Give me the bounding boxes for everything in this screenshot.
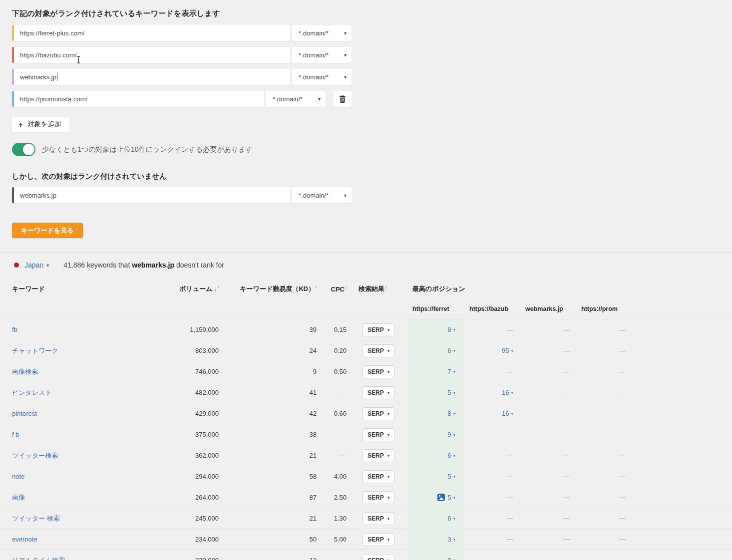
target-url-input[interactable]: https://promonista.com/ [12, 91, 264, 107]
no-rank-dash: — [563, 326, 570, 333]
position-link[interactable]: 5 [447, 494, 451, 501]
serp-button[interactable]: SERP ▾ [363, 323, 394, 336]
position-cell-target1: 9▾ [408, 424, 463, 445]
target-url-value: https://bazubu.com/ [14, 51, 76, 59]
keyword-link[interactable]: pinterest [0, 410, 170, 417]
position-cell-target2: — [463, 361, 519, 382]
cpc-value: 5.00 [317, 536, 347, 543]
chevron-down-icon: ▾ [387, 411, 390, 416]
kd-value: 21 [219, 452, 317, 459]
serp-button[interactable]: SERP ▾ [363, 428, 394, 441]
position-cell-target3: — [519, 487, 575, 508]
keyword-link[interactable]: fb [0, 326, 170, 333]
position-cell-target3: — [519, 319, 575, 340]
position-cell-target3: — [519, 529, 575, 550]
table-row: リアルタイム検索 230,000 12 — SERP ▾ 9▾ — — — [0, 550, 732, 560]
no-rank-dash: — [563, 494, 570, 501]
keyword-link[interactable]: ツイッター 検索 [0, 514, 170, 523]
column-header-serp[interactable]: 検索結果i [347, 284, 408, 293]
position-link[interactable]: 8 [447, 410, 451, 417]
no-rank-dash: — [619, 557, 626, 560]
serp-button[interactable]: SERP ▾ [363, 512, 394, 525]
trash-icon [339, 95, 347, 103]
kd-value: 21 [219, 515, 317, 522]
toggle-row: 少なくとも1つの対象は上位10件にランクインする必要があります [12, 143, 732, 156]
chevron-down-icon: ▾ [511, 411, 513, 416]
sort-desc-icon: ↓ [214, 285, 217, 292]
country-selector[interactable]: Japan [24, 261, 43, 269]
table-row: note 294,000 58 4.00 SERP ▾ 5▾ — — — [0, 466, 732, 487]
serp-button[interactable]: SERP ▾ [363, 386, 394, 399]
target-url-input[interactable]: webmarks.jp [12, 187, 290, 203]
serp-button[interactable]: SERP ▾ [363, 407, 394, 420]
scope-select[interactable]: *.domain/* ▾ [266, 91, 326, 107]
chevron-down-icon: ▾ [387, 537, 390, 542]
position-link[interactable]: 6 [447, 515, 451, 522]
serp-button[interactable]: SERP ▾ [363, 449, 394, 462]
position-link[interactable]: 95 [502, 347, 509, 354]
keyword-link[interactable]: ピンタレスト [0, 388, 170, 397]
table-row: ピンタレスト 482,000 41 — SERP ▾ 5▾ 16▾ — — [0, 382, 732, 403]
scope-select[interactable]: *.domain/* ▾ [292, 47, 352, 63]
position-link[interactable]: 7 [447, 368, 451, 375]
serp-button[interactable]: SERP ▾ [363, 533, 394, 546]
keyword-link[interactable]: 画像検索 [0, 367, 170, 376]
remove-target-button[interactable] [333, 91, 352, 107]
position-link[interactable]: 5 [447, 473, 451, 480]
column-header-cpc[interactable]: CPCi [317, 285, 347, 293]
chevron-down-icon: ▾ [453, 453, 455, 458]
serp-button[interactable]: SERP ▾ [363, 470, 394, 483]
position-link[interactable]: 3 [447, 536, 451, 543]
position-cell-target2: — [463, 445, 519, 466]
keyword-link[interactable]: リアルタイム検索 [0, 556, 170, 560]
add-target-label: 対象を追加 [27, 120, 61, 129]
no-rank-dash: — [619, 536, 626, 543]
position-link[interactable]: 9 [447, 557, 451, 560]
unranked-target-list: webmarks.jp *.domain/* ▾ [12, 187, 732, 203]
serp-button[interactable]: SERP ▾ [363, 554, 394, 560]
serp-cell: SERP ▾ [347, 344, 408, 357]
position-link[interactable]: 16 [502, 410, 509, 417]
keyword-link[interactable]: f b [0, 431, 170, 438]
serp-button[interactable]: SERP ▾ [363, 365, 394, 378]
target-url-value: webmarks.jp [14, 192, 56, 199]
position-link[interactable]: 9 [447, 431, 451, 438]
position-link[interactable]: 6 [447, 347, 451, 354]
serp-cell: SERP ▾ [347, 365, 408, 378]
scope-select[interactable]: *.domain/* ▾ [292, 69, 352, 85]
view-keywords-button[interactable]: キーワードを見る [12, 223, 83, 238]
no-rank-dash: — [507, 557, 513, 560]
column-header-kd[interactable]: キーワード難易度（KD）i [219, 284, 317, 293]
keyword-link[interactable]: evernote [0, 536, 170, 543]
no-rank-dash: — [507, 473, 513, 480]
no-rank-dash: — [563, 410, 570, 417]
position-link[interactable]: 8 [447, 326, 451, 333]
column-header-volume[interactable]: ボリューム↓i [170, 284, 219, 293]
table-row: 画像検索 746,000 9 0.50 SERP ▾ 7▾ — — — [0, 361, 732, 382]
serp-button[interactable]: SERP ▾ [363, 344, 394, 357]
chevron-down-icon: ▾ [387, 369, 390, 374]
target-url-input[interactable]: https://bazubu.com/ [12, 47, 290, 63]
target-url-input[interactable]: webmarks.jp [12, 69, 290, 85]
no-rank-dash: — [507, 431, 513, 438]
keyword-link[interactable]: チャットワーク [0, 346, 170, 355]
serp-cell: SERP ▾ [347, 491, 408, 504]
position-link[interactable]: 6 [447, 452, 451, 459]
serp-button[interactable]: SERP ▾ [363, 491, 394, 504]
keyword-link[interactable]: ツイッター検索 [0, 451, 170, 460]
position-cell-target3: — [519, 424, 575, 445]
top10-toggle[interactable] [12, 143, 35, 156]
scope-select[interactable]: *.domain/* ▾ [292, 187, 352, 203]
no-rank-dash: — [563, 557, 570, 560]
position-link[interactable]: 5 [447, 389, 451, 396]
cpc-value: — [317, 557, 347, 560]
position-cell-target3: — [519, 403, 575, 424]
position-cell-target4: — [575, 403, 631, 424]
position-link[interactable]: 16 [502, 389, 509, 396]
keyword-link[interactable]: 画像 [0, 493, 170, 502]
keyword-link[interactable]: note [0, 473, 170, 480]
scope-select[interactable]: *.domain/* ▾ [292, 25, 352, 41]
target-url-input[interactable]: https://ferret-plus.com/ [12, 25, 290, 41]
add-target-button[interactable]: + 対象を追加 [12, 117, 69, 132]
position-cell-target1: 9▾ [408, 550, 463, 560]
